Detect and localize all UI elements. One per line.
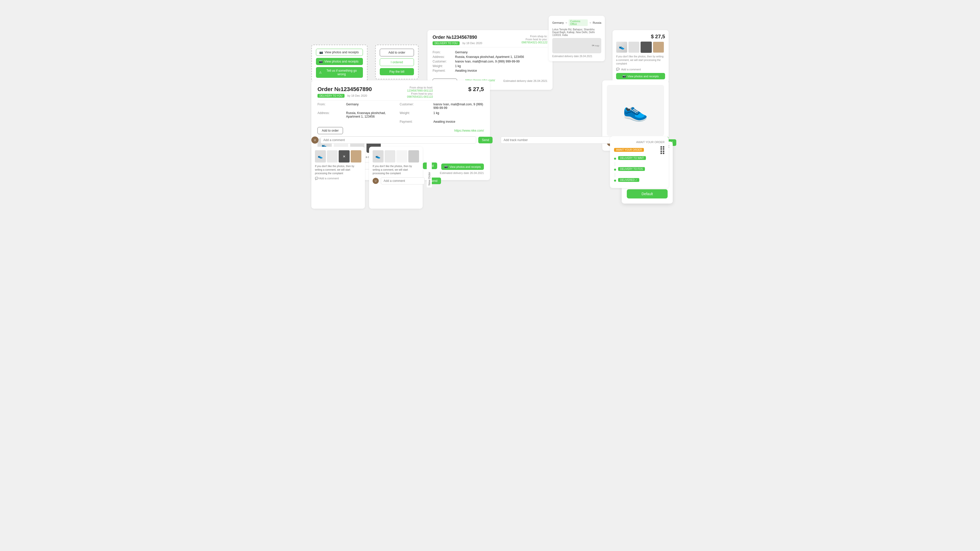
customer-value-l: Ivanov Ivan, mail@mail.com, 9 (999) 999-… [433,103,484,110]
from-shop-label-small: From shop to: [522,35,547,38]
status-line-3: DELIVERED ✓ [614,178,665,183]
badge-delivered: DELIVERED ✓ [618,178,639,182]
tell-us-btn[interactable]: ⚠ Tell us if something go wrong [316,67,363,78]
from-host-label-small: From host to you: [522,38,547,41]
pay-bill-label: Pay the bill [390,70,404,73]
comment-icon-small: 💬 [616,68,620,71]
view-photos-label-2: View photos and receipts [325,60,359,63]
status-connector-1 [615,162,615,166]
thumb-2[interactable] [628,41,640,53]
photo-r-3[interactable] [396,150,407,162]
photo-r-1[interactable]: 👟 [372,150,383,162]
default-label: Default [641,192,653,196]
address-label-s: Address: [433,55,453,59]
add-to-order-label-1: Add to order [388,51,405,54]
arrow-icon: → [565,21,568,24]
from-host-label-large: From host to you: [407,92,433,95]
weight-value-s: 1 kg [455,64,547,68]
grid-icons-right [660,146,665,154]
payment-label-l: Payment: [400,120,430,124]
order-badge-small: DELIVERY TO YOU [433,41,460,45]
status-line-2: DELIVERY TO FOS [614,167,665,172]
photo-r-2[interactable] [385,150,396,162]
grid-cell-8 [663,152,664,154]
address-text: Lotus Temple Rd, Bahapur, Shambhu Dayal … [552,28,601,37]
add-comment-text-left: Add a comment [319,177,339,180]
product-thumbs-small: 👟 [616,41,665,53]
complaint-right: If you don't like the photos, then by wr… [372,165,419,175]
status-dot-1 [614,158,616,160]
status-header: AWAIT YOUR ORDER [614,141,665,144]
badge-delivery-wait: DELIVERY TO WAIT [618,156,646,160]
large-price: $ 27,5 [468,86,484,93]
from-country: Germany [552,21,564,24]
large-info-grid: From: Germany Customer: Ivanov Ivan, mai… [318,103,484,124]
add-comment-label-small: Add a comment [621,68,641,71]
alert-icon: ⚠ [319,71,322,74]
shop-link-large[interactable]: https://www.nike.com/ [454,129,484,132]
order-title-small: Order №1234567890 [433,35,482,40]
comment-input-bottom-1[interactable] [321,137,476,144]
tell-us-label: Tell us if something go wrong [323,69,360,76]
status-dot-3 [614,179,616,182]
action-panel: 📷 View photos and receipts 📷 View photos… [311,44,368,82]
grid-cell-2 [663,146,664,148]
card-info-grid-small: From: Germany Address: Russia, Krasnaya … [433,51,547,73]
photo-r-4[interactable] [408,150,419,162]
payment-value-l: Awaiting invoice [433,120,484,124]
grid-icon-2 [660,151,665,154]
tracking1-large: 1234567890-001122 [407,89,433,92]
map-label: 🗺 map [592,44,599,47]
thumb-1[interactable]: 👟 [616,41,627,53]
customs-badge: Customs Office [569,19,588,26]
weight-label-s: Weight: [433,64,453,68]
send-label-bottom-1: Send [482,138,489,142]
delivery-date-small: Estimated delivery date 26.04.2021 [504,79,547,83]
add-to-order-btn-1[interactable]: Add to order [380,49,414,56]
shipping-route-panel: Germany → Customs Office → Russia Lotus … [549,16,605,61]
add-comment-link-left[interactable]: 💬 Add a comment [315,177,361,180]
customer-label-l: Customer: [400,103,430,110]
grid-cell-4 [663,148,664,150]
tracking1-small: 0987654321-001122 [522,41,547,44]
address-value-s: Russia, Krasnaya ploshchad, Apartment 1,… [455,55,547,59]
photo-l-2[interactable] [327,150,338,162]
badge-await: AWAIT YOUR ORDER [614,148,644,152]
camera-icon-2: 📷 [319,60,323,63]
send-btn-bottom-1[interactable]: Send [478,137,493,143]
order-badge-large: DELIVERY TO YOU [318,94,345,98]
from-value-s: Germany [455,51,547,54]
photo-l-4[interactable] [351,150,362,162]
shipping-route-row: Germany → Customs Office → Russia [552,19,601,26]
status-panel: AWAIT YOUR ORDER AWAIT YOUR ORDER [610,137,669,188]
new-order-vertical: New Order [427,147,432,187]
map-placeholder: 🗺 map [552,38,601,53]
default-btn[interactable]: Default [627,189,668,198]
camera-icon: 📷 [319,51,323,54]
photo-thumbs-right: 👟 [372,150,419,162]
payment-label-s: Payment: [433,69,453,73]
customer-label-s: Customer: [433,60,453,63]
comment-input-bottom-2[interactable] [381,177,425,184]
thumb-4[interactable] [653,41,664,53]
add-to-order-large-btn[interactable]: Add to order [318,127,343,134]
from-label-s: From: [433,51,453,54]
camera-icon-small: 📷 [622,75,626,78]
view-photos-btn-1[interactable]: 📷 View photos and receipts [316,49,363,56]
i-ordered-btn[interactable]: I ordered [380,59,414,66]
i-ordered-label: I ordered [391,60,403,64]
from-value-l: Germany [346,103,396,110]
view-photos-btn-2[interactable]: 📷 View photos and receipts [316,58,363,65]
address-value-l: Russia, Krasnaya ploshchad, Apartment 1,… [346,111,396,118]
grid-cell-3 [660,148,662,150]
from-label-l: From: [318,103,343,110]
order-date-large: by 18 Dec 2020 [347,94,367,97]
photos-section-right: 👟 If you don't like the photos, then by … [369,147,423,209]
view-photos-btn-small[interactable]: 📷 View photos and receipts [616,73,665,79]
photo-l-1[interactable]: 👟 [315,150,326,162]
thumb-3[interactable] [641,41,652,53]
photo-l-3[interactable]: ✕ [339,150,350,162]
product-price-small: $ 27,5 [616,34,665,40]
pay-bill-btn[interactable]: Pay the bill [380,68,414,75]
add-comment-row-small: 💬 Add a comment [616,68,665,71]
